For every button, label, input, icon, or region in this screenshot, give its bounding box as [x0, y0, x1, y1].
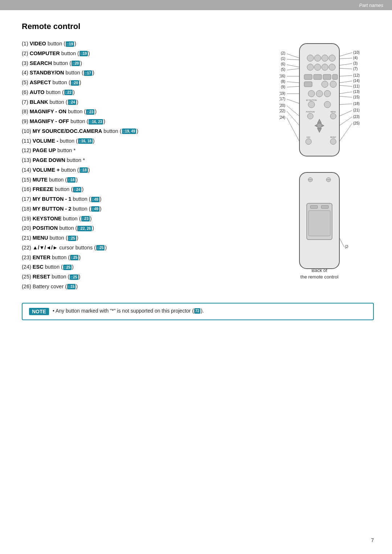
svg-text:MY BUTTON: MY BUTTON [306, 99, 317, 101]
svg-point-17 [316, 90, 323, 97]
list-item: (14) VOLUME + button (□18) [22, 166, 254, 174]
svg-line-61 [339, 58, 352, 59]
svg-text:POSITION: POSITION [306, 111, 315, 113]
svg-line-45 [287, 82, 299, 83]
svg-point-15 [330, 81, 336, 87]
ref-icon: □15 [67, 284, 75, 289]
svg-point-7 [322, 64, 328, 70]
list-item: (21) MENU button (□25) [22, 234, 254, 242]
svg-rect-93 [309, 211, 330, 236]
svg-text:MENU: MENU [331, 111, 336, 113]
svg-point-5 [307, 64, 314, 70]
list-item: (5) ASPECT button (□20) [22, 79, 254, 87]
svg-text:(22): (22) [279, 109, 285, 113]
svg-rect-11 [323, 74, 331, 80]
svg-text:(23): (23) [353, 115, 359, 119]
remote-back-diagram: (26) [290, 171, 348, 265]
svg-text:(21): (21) [353, 108, 359, 112]
ref-icon: □19 [79, 51, 88, 56]
ref-icon: □24 [68, 99, 76, 105]
svg-point-33 [306, 139, 311, 144]
svg-line-73 [339, 92, 352, 94]
svg-point-25 [330, 113, 336, 119]
note-box: NOTE • Any button marked with "*" is not… [22, 303, 374, 320]
svg-text:(10): (10) [353, 50, 359, 54]
ref-icon: □20 [72, 61, 80, 66]
svg-rect-92 [321, 205, 328, 208]
svg-line-94 [339, 238, 344, 247]
svg-rect-13 [304, 82, 312, 87]
content-area: (1) VIDEO button (□19)(2) COMPUTER butto… [22, 40, 374, 293]
svg-text:(17): (17) [279, 97, 285, 101]
svg-text:(18): (18) [353, 102, 359, 106]
svg-rect-10 [314, 74, 322, 80]
svg-text:ESC: ESC [307, 136, 311, 138]
svg-text:(3): (3) [353, 61, 358, 65]
svg-text:(9): (9) [281, 85, 285, 89]
svg-text:(16): (16) [279, 74, 285, 78]
ref-icon: □23 [86, 109, 94, 115]
svg-point-16 [308, 90, 315, 97]
list-item: (18) MY BUTTON - 2 button (□49) [22, 205, 254, 213]
svg-line-71 [339, 85, 352, 86]
note-label: NOTE [29, 308, 49, 315]
svg-text:(8): (8) [281, 80, 285, 83]
svg-line-65 [339, 68, 352, 69]
svg-line-67 [339, 76, 352, 76]
ref-icon: □16, 18 [78, 138, 93, 144]
svg-line-75 [339, 96, 352, 97]
list-item: (13) PAGE DOWN button * [22, 156, 254, 164]
list-item: (2) COMPUTER button (□19) [22, 50, 254, 58]
ref-icon: □20 [71, 80, 79, 86]
list-item: (19) KEYSTONE button (□23) [22, 215, 254, 223]
header-bar: Part names [0, 0, 392, 10]
svg-point-18 [324, 90, 331, 97]
svg-text:(15): (15) [353, 95, 359, 99]
svg-line-81 [339, 117, 352, 126]
ref-icon: □18 [67, 177, 75, 183]
ref-icon: □23 [81, 216, 90, 221]
svg-text:(20): (20) [279, 103, 285, 107]
list-item: (25) RESET button (□25) [22, 273, 254, 281]
svg-rect-91 [310, 205, 318, 208]
svg-point-4 [329, 55, 335, 61]
button-list: (1) VIDEO button (□19)(2) COMPUTER butto… [22, 40, 254, 293]
svg-point-30 [317, 123, 322, 128]
svg-point-20 [308, 101, 315, 108]
header-label: Part names [359, 3, 383, 8]
svg-text:(12): (12) [353, 73, 359, 77]
svg-point-14 [322, 81, 328, 87]
svg-text:(13): (13) [353, 90, 359, 94]
list-item: (4) STANDBY/ON button (□17) [22, 69, 254, 77]
svg-rect-12 [332, 74, 338, 80]
svg-line-39 [287, 65, 299, 67]
list-item: (12) PAGE UP button * [22, 147, 254, 155]
svg-line-69 [339, 81, 352, 83]
svg-text:RESET: RESET [330, 136, 336, 138]
ref-icon: □24 [73, 187, 81, 192]
svg-point-1 [307, 55, 314, 61]
note-text: • Any button marked with "*" is not supp… [53, 308, 204, 314]
ref-icon: □25 [70, 274, 78, 280]
svg-point-24 [307, 113, 313, 119]
svg-line-79 [339, 110, 352, 116]
svg-point-3 [322, 55, 328, 61]
list-item: (24) ESC button (□25) [22, 263, 254, 271]
svg-line-41 [287, 69, 299, 70]
svg-line-35 [287, 54, 299, 58]
svg-text:(24): (24) [279, 115, 285, 119]
svg-line-51 [287, 99, 299, 103]
list-item: (20) POSITION button (□22, 26) [22, 224, 254, 232]
ref-icon: □19, 49 [122, 129, 136, 134]
note-ref-icon: 72 [194, 308, 200, 314]
svg-line-53 [287, 106, 299, 116]
list-item: (9) MAGNIFY - OFF button (□16, 23) [22, 118, 254, 126]
svg-text:(25): (25) [353, 121, 359, 125]
svg-point-8 [329, 64, 335, 70]
list-item: (7) BLANK button (□24) [22, 98, 254, 106]
svg-line-63 [339, 64, 352, 65]
svg-line-55 [287, 111, 299, 126]
svg-point-34 [330, 139, 336, 144]
svg-text:(26): (26) [345, 245, 348, 249]
ref-icon: □17 [84, 70, 92, 76]
